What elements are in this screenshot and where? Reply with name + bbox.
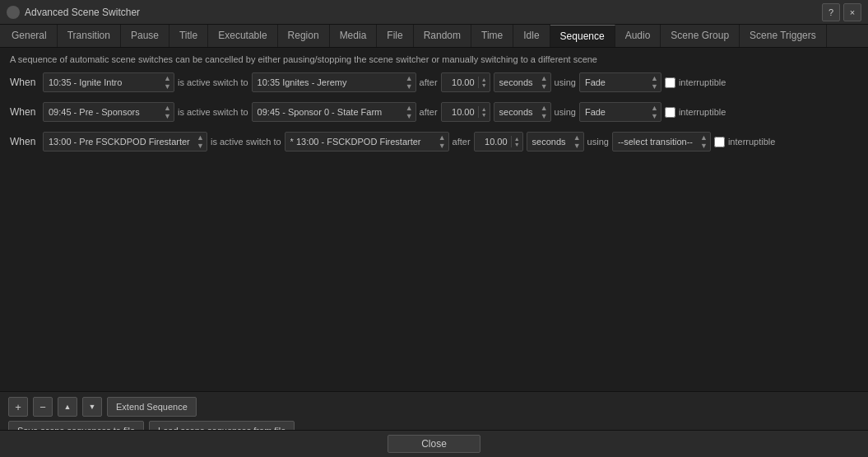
transition-select-0[interactable]: Fade (579, 72, 661, 92)
titlebar-controls: ? × (822, 3, 861, 21)
interruptible-wrapper-0: interruptible (665, 77, 726, 88)
tab-idle[interactable]: Idle (513, 25, 550, 47)
scene-to-select-1[interactable]: 09:45 - Sponsor 0 - State Farm (252, 102, 416, 122)
active-switch-label-0: is active switch to (178, 77, 248, 87)
unit-wrapper-0: secondsminuteshours▲▼ (494, 72, 551, 92)
tab-random[interactable]: Random (414, 25, 471, 47)
value-input-2[interactable] (475, 137, 511, 147)
number-input-wrapper-2: ▲▼ (474, 132, 523, 152)
when-label-2: When (10, 136, 39, 147)
scene-from-select-1[interactable]: 09:45 - Pre - Sponsors (43, 102, 174, 122)
tab-scene_triggers[interactable]: Scene Triggers (740, 25, 827, 47)
unit-select-0[interactable]: secondsminuteshours (494, 72, 551, 92)
app-icon (7, 6, 20, 19)
description-text: A sequence of automatic scene switches c… (10, 54, 858, 64)
spin-down-2[interactable]: ▼ (512, 142, 522, 147)
move-down-button[interactable]: ▼ (82, 397, 102, 417)
unit-select-2[interactable]: secondsminuteshours (527, 132, 584, 152)
value-input-0[interactable] (442, 77, 478, 87)
extend-sequence-button[interactable]: Extend Sequence (107, 397, 197, 417)
interruptible-label-2: interruptible (728, 137, 775, 147)
bottom-bar: + − ▲ ▼ Extend Sequence Save scene seque… (0, 391, 868, 432)
sequence-row-1: When09:45 - Pre - Sponsors▲▼is active sw… (10, 102, 858, 122)
scene-to-wrapper-0: 10:35 Ignites - Jeremy▲▼ (252, 72, 416, 92)
tab-file[interactable]: File (377, 25, 413, 47)
scene-from-wrapper-0: 10:35 - Ignite Intro▲▼ (43, 72, 174, 92)
spin-buttons-1: ▲▼ (478, 106, 490, 118)
add-button[interactable]: + (8, 397, 28, 417)
after-label-0: after (420, 77, 438, 87)
interruptible-checkbox-1[interactable] (665, 107, 675, 118)
when-label-0: When (10, 77, 39, 88)
bottom-row1: + − ▲ ▼ Extend Sequence (8, 397, 860, 417)
scene-from-select-0[interactable]: 10:35 - Ignite Intro (43, 72, 174, 92)
spin-buttons-2: ▲▼ (511, 136, 522, 147)
transition-wrapper-2: --select transition--▲▼ (612, 132, 711, 152)
interruptible-wrapper-1: interruptible (665, 107, 726, 118)
spin-up-2[interactable]: ▲ (512, 136, 522, 142)
close-button[interactable]: Close (388, 435, 480, 453)
scene-to-wrapper-1: 09:45 - Sponsor 0 - State Farm▲▼ (252, 102, 416, 122)
using-label-1: using (555, 107, 576, 117)
sequence-row-0: When10:35 - Ignite Intro▲▼is active swit… (10, 72, 858, 92)
help-button[interactable]: ? (822, 3, 840, 21)
spin-buttons-0: ▲▼ (478, 77, 490, 88)
scene-from-wrapper-1: 09:45 - Pre - Sponsors▲▼ (43, 102, 174, 122)
titlebar: Advanced Scene Switcher ? × (0, 0, 868, 25)
interruptible-checkbox-0[interactable] (665, 77, 675, 88)
tab-media[interactable]: Media (330, 25, 378, 47)
unit-wrapper-2: secondsminuteshours▲▼ (527, 132, 584, 152)
interruptible-label-0: interruptible (679, 77, 726, 87)
move-up-button[interactable]: ▲ (58, 397, 77, 417)
interruptible-label-1: interruptible (679, 107, 726, 117)
transition-wrapper-0: Fade▲▼ (579, 72, 661, 92)
unit-wrapper-1: secondsminuteshours▲▼ (494, 102, 551, 122)
scene-from-select-2[interactable]: 13:00 - Pre FSCKDPOD Firestarter (43, 132, 207, 152)
tab-audio[interactable]: Audio (615, 25, 661, 47)
scene-to-select-0[interactable]: 10:35 Ignites - Jeremy (252, 72, 416, 92)
sequence-rows: When10:35 - Ignite Intro▲▼is active swit… (10, 72, 858, 152)
sequence-row-2: When13:00 - Pre FSCKDPOD Firestarter▲▼is… (10, 132, 858, 152)
transition-select-1[interactable]: Fade (579, 102, 661, 122)
transition-select-2[interactable]: --select transition-- (612, 132, 711, 152)
tabs-bar: GeneralTransitionPauseTitleExecutableReg… (0, 25, 868, 48)
tab-time[interactable]: Time (471, 25, 513, 47)
interruptible-checkbox-2[interactable] (714, 137, 725, 147)
interruptible-wrapper-2: interruptible (714, 137, 775, 147)
scene-from-wrapper-2: 13:00 - Pre FSCKDPOD Firestarter▲▼ (43, 132, 207, 152)
when-label-1: When (10, 106, 39, 118)
after-label-1: after (420, 107, 438, 117)
spin-up-0[interactable]: ▲ (479, 77, 490, 82)
spin-down-1[interactable]: ▼ (479, 112, 490, 118)
spin-down-0[interactable]: ▼ (479, 82, 490, 88)
tab-title[interactable]: Title (169, 25, 208, 47)
active-switch-label-2: is active switch to (211, 137, 281, 147)
scene-to-wrapper-2: * 13:00 - FSCKDPOD Firestarter▲▼ (285, 132, 449, 152)
unit-select-1[interactable]: secondsminuteshours (494, 102, 551, 122)
number-input-wrapper-1: ▲▼ (441, 102, 490, 122)
spin-up-1[interactable]: ▲ (479, 106, 490, 112)
scene-to-select-2[interactable]: * 13:00 - FSCKDPOD Firestarter (285, 132, 449, 152)
close-bar: Close (0, 430, 868, 457)
close-window-button[interactable]: × (843, 3, 861, 21)
app-title: Advanced Scene Switcher (25, 7, 822, 18)
transition-wrapper-1: Fade▲▼ (579, 102, 661, 122)
active-switch-label-1: is active switch to (178, 107, 248, 117)
tab-sequence[interactable]: Sequence (550, 25, 615, 47)
remove-button[interactable]: − (33, 397, 53, 417)
content-area: A sequence of automatic scene switches c… (0, 48, 868, 388)
using-label-2: using (587, 137, 609, 147)
tab-general[interactable]: General (2, 25, 58, 47)
tab-region[interactable]: Region (278, 25, 330, 47)
number-input-wrapper-0: ▲▼ (441, 72, 490, 92)
tab-scene_group[interactable]: Scene Group (661, 25, 740, 47)
after-label-2: after (453, 137, 471, 147)
tab-executable[interactable]: Executable (208, 25, 277, 47)
tab-transition[interactable]: Transition (58, 25, 121, 47)
tab-pause[interactable]: Pause (121, 25, 169, 47)
using-label-0: using (555, 77, 576, 87)
value-input-1[interactable] (442, 107, 478, 117)
